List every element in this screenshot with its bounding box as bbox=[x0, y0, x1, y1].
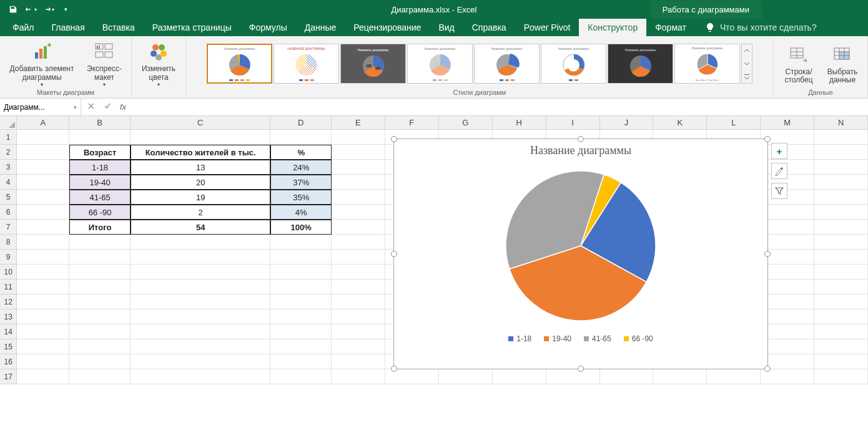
column-header[interactable]: J bbox=[600, 116, 654, 130]
cell[interactable] bbox=[814, 190, 868, 205]
cell[interactable] bbox=[69, 324, 131, 339]
cell[interactable] bbox=[439, 369, 493, 384]
cell[interactable] bbox=[69, 309, 131, 324]
row-header[interactable]: 16 bbox=[0, 354, 17, 369]
cell[interactable] bbox=[17, 235, 69, 250]
cell[interactable] bbox=[17, 175, 69, 190]
cell[interactable] bbox=[814, 250, 868, 265]
formula-input[interactable] bbox=[132, 99, 868, 115]
cell[interactable] bbox=[17, 145, 69, 160]
cell[interactable] bbox=[131, 324, 270, 339]
cell[interactable] bbox=[270, 309, 332, 324]
column-header[interactable]: A bbox=[17, 116, 69, 130]
cell[interactable] bbox=[332, 294, 385, 309]
tell-me-search[interactable]: Что вы хотите сделать? bbox=[705, 19, 817, 36]
column-header[interactable]: H bbox=[493, 116, 546, 130]
cell[interactable] bbox=[332, 235, 385, 250]
cell[interactable] bbox=[17, 130, 69, 145]
cell[interactable] bbox=[69, 339, 131, 354]
cell[interactable] bbox=[761, 160, 814, 175]
enter-formula-icon[interactable] bbox=[104, 102, 111, 112]
column-header[interactable]: N bbox=[814, 116, 868, 130]
chart-style-2[interactable]: НАЗВАНИЕ ДИАГРАММЫ bbox=[274, 44, 339, 84]
column-header[interactable]: B bbox=[69, 116, 131, 130]
cell[interactable]: Количество жителей в тыс. bbox=[131, 145, 270, 160]
cell[interactable] bbox=[69, 354, 131, 369]
cell[interactable]: % bbox=[270, 145, 332, 160]
cell[interactable] bbox=[69, 130, 131, 145]
save-button[interactable] bbox=[5, 1, 21, 17]
row-header[interactable]: 8 bbox=[0, 235, 17, 250]
cell[interactable] bbox=[17, 280, 69, 294]
cell[interactable]: 41-65 bbox=[69, 190, 131, 205]
chart-legend[interactable]: 1-1819-4041-6566 -90 bbox=[394, 334, 767, 343]
row-header[interactable]: 12 bbox=[0, 294, 17, 309]
cell[interactable]: Итого bbox=[69, 220, 131, 235]
chart-style-4[interactable]: Название диаграммы bbox=[407, 44, 473, 84]
cell[interactable] bbox=[761, 294, 814, 309]
column-header[interactable]: K bbox=[653, 116, 707, 130]
tab-powerpivot[interactable]: Power Pivot bbox=[515, 19, 579, 36]
cell[interactable] bbox=[270, 280, 332, 294]
chart-style-1[interactable]: Название диаграммы bbox=[207, 44, 272, 84]
cell[interactable] bbox=[270, 294, 332, 309]
tab-review[interactable]: Рецензирование bbox=[345, 19, 430, 36]
row-header[interactable]: 13 bbox=[0, 309, 17, 324]
chart-style-8[interactable]: Название диаграммыFirst Slice Third Slic… bbox=[674, 44, 740, 84]
cell[interactable] bbox=[814, 280, 868, 294]
cell[interactable] bbox=[17, 309, 69, 324]
cell[interactable] bbox=[17, 339, 69, 354]
fx-icon[interactable]: fx bbox=[120, 102, 126, 112]
cell[interactable] bbox=[761, 190, 814, 205]
cell[interactable]: 19 bbox=[131, 190, 270, 205]
cell[interactable] bbox=[814, 294, 868, 309]
styles-expand-button[interactable] bbox=[741, 44, 752, 84]
cell[interactable] bbox=[814, 369, 868, 384]
cell[interactable] bbox=[17, 369, 69, 384]
cell[interactable] bbox=[814, 205, 868, 220]
resize-handle[interactable] bbox=[391, 251, 397, 257]
tab-home[interactable]: Главная bbox=[42, 19, 93, 36]
column-header[interactable]: G bbox=[439, 116, 493, 130]
cell[interactable] bbox=[332, 190, 385, 205]
cell[interactable] bbox=[17, 160, 69, 175]
tab-page-layout[interactable]: Разметка страницы bbox=[144, 19, 240, 36]
row-header[interactable]: 9 bbox=[0, 250, 17, 265]
cell[interactable] bbox=[17, 190, 69, 205]
resize-handle[interactable] bbox=[764, 136, 771, 142]
chart-title[interactable]: Название диаграммы bbox=[394, 144, 767, 157]
cell[interactable] bbox=[814, 309, 868, 324]
cell[interactable] bbox=[332, 145, 385, 160]
cell[interactable] bbox=[332, 324, 385, 339]
cell[interactable] bbox=[761, 324, 814, 339]
column-header[interactable]: M bbox=[761, 116, 814, 130]
cell[interactable] bbox=[814, 235, 868, 250]
tab-insert[interactable]: Вставка bbox=[94, 19, 144, 36]
chart-style-7[interactable]: Название диаграммы bbox=[608, 44, 673, 84]
cell[interactable] bbox=[332, 205, 385, 220]
cell[interactable] bbox=[69, 265, 131, 280]
cell[interactable] bbox=[761, 235, 814, 250]
cell[interactable] bbox=[131, 280, 270, 294]
row-header[interactable]: 5 bbox=[0, 190, 17, 205]
name-box[interactable]: Диаграмм... bbox=[0, 99, 81, 115]
tab-view[interactable]: Вид bbox=[430, 19, 463, 36]
cell[interactable] bbox=[131, 339, 270, 354]
worksheet[interactable]: ABCDEFGHIJKLMN 12ВозрастКоличество жител… bbox=[0, 116, 868, 384]
cell[interactable] bbox=[17, 250, 69, 265]
cell[interactable] bbox=[270, 265, 332, 280]
cell[interactable]: Возраст bbox=[69, 145, 131, 160]
cell[interactable] bbox=[270, 235, 332, 250]
cell[interactable] bbox=[332, 175, 385, 190]
row-header[interactable]: 10 bbox=[0, 265, 17, 280]
column-header[interactable]: C bbox=[131, 116, 270, 130]
cell[interactable] bbox=[761, 309, 814, 324]
cell[interactable] bbox=[814, 220, 868, 235]
cell[interactable]: 1-18 bbox=[69, 160, 131, 175]
cell[interactable] bbox=[17, 265, 69, 280]
cell[interactable]: 24% bbox=[270, 160, 332, 175]
cell[interactable] bbox=[814, 175, 868, 190]
cell[interactable] bbox=[761, 369, 814, 384]
cell[interactable] bbox=[814, 354, 868, 369]
column-header[interactable]: F bbox=[385, 116, 439, 130]
